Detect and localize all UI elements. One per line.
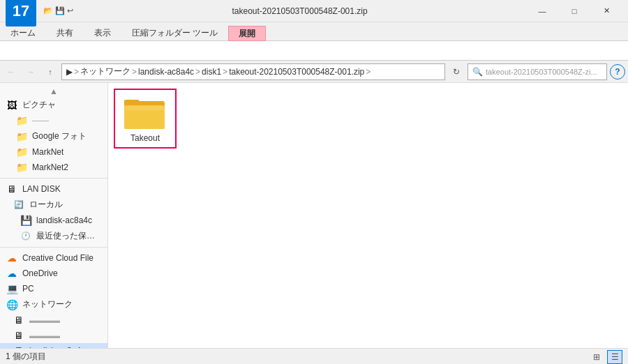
sidebar-label-pictures: ピクチャ (22, 99, 56, 111)
list-icon: ☰ (611, 352, 619, 362)
sidebar-label-marknet: MarkNet (32, 147, 63, 157)
sidebar-label-google: Google フォト (32, 130, 87, 142)
window-title: takeout-20210503T000548Z-001.zip (73, 6, 526, 16)
ribbon-content (0, 40, 628, 60)
ribbon: ホーム 共有 表示 圧縮フォルダー ツール 展開 (0, 22, 628, 61)
path-sep-3: > (223, 67, 227, 77)
sidebar-label-marknet2: MarkNet2 (32, 162, 68, 172)
marknet2-icon: 📁 (15, 162, 28, 173)
ribbon-tabs: ホーム 共有 表示 圧縮フォルダー ツール 展開 (0, 22, 628, 40)
file-label-takeout: Takeout (130, 133, 160, 143)
sidebar-item-recent[interactable]: 🕐 最近使った保存先 (0, 228, 107, 244)
sidebar-item-onedrive[interactable]: ☁ OneDrive (0, 266, 107, 281)
sidebar-item-network[interactable]: 🌐 ネットワーク (0, 296, 107, 312)
up-button[interactable]: ↑ (42, 63, 59, 80)
sidebar-label-network: ネットワーク (22, 298, 73, 310)
tab-view[interactable]: 表示 (84, 25, 121, 40)
sidebar-label-local: ローカル (29, 199, 63, 211)
help-button[interactable]: ? (610, 64, 625, 79)
sidebar-label-creative: Creative Cloud File (22, 253, 94, 263)
sidebar-item-creative[interactable]: ☁ Creative Cloud File (0, 250, 107, 266)
calendar-day: 17 (13, 3, 29, 19)
onedrive-icon: ☁ (6, 268, 18, 279)
quick-access-icons: 📂 💾 ↩ (43, 6, 73, 15)
sidebar-item-net1[interactable]: 🖥 ▬▬▬▬ (0, 312, 107, 328)
search-box[interactable]: 🔍 takeout-20210503T000548Z-zi... (468, 63, 607, 80)
google-icon: 📁 (15, 131, 28, 142)
title-bar: 17 📂 💾 ↩ takeout-20210503T000548Z-001.zi… (0, 0, 628, 22)
view-controls: ⊞ ☰ (589, 350, 622, 364)
pc-icon: 💻 (6, 283, 18, 294)
landisk2-icon: 🖥 (13, 345, 25, 348)
svg-rect-2 (126, 106, 163, 110)
sidebar-item-net2[interactable]: 🖥 ▬▬▬▬ (0, 328, 107, 343)
path-sep-0: > (74, 67, 79, 77)
tab-extract[interactable]: 展開 (228, 26, 266, 41)
forward-button[interactable]: → (22, 63, 39, 80)
net1-icon: 🖥 (13, 314, 25, 326)
marknet-icon: 📁 (15, 146, 28, 158)
sidebar-label-landisk: LAN DISK (22, 184, 61, 194)
maximize-button[interactable]: □ (558, 0, 590, 22)
main-area: ▲ 🖼 ピクチャ 📁 —— 📁 Google フォト 📁 MarkNet 📁 M… (0, 83, 628, 348)
close-button[interactable]: ✕ (590, 0, 622, 22)
file-item-takeout[interactable]: Takeout (114, 89, 177, 149)
sidebar-item-local[interactable]: 🔄 ローカル (0, 197, 107, 213)
sidebar: ▲ 🖼 ピクチャ 📁 —— 📁 Google フォト 📁 MarkNet 📁 M… (0, 83, 108, 348)
landisk-icon: 🖥 (6, 183, 18, 195)
minimize-button[interactable]: — (526, 0, 558, 22)
recent-icon: 🕐 (20, 232, 32, 241)
title-bar-left: 17 📂 💾 ↩ (6, 0, 73, 26)
sidebar-item-marknet[interactable]: 📁 MarkNet (0, 144, 107, 160)
sidebar-label-net1: ▬▬▬▬ (29, 316, 60, 324)
sidebar-item-landisk[interactable]: 🖥 LAN DISK (0, 181, 107, 197)
path-sep-2: > (195, 67, 200, 77)
file-area[interactable]: Takeout (108, 83, 628, 348)
status-bar: 1 個の項目 ⊞ ☰ (0, 348, 628, 364)
sidebar-item-marknet2[interactable]: 📁 MarkNet2 (0, 160, 107, 175)
creative-icon: ☁ (6, 252, 18, 264)
view-list-button[interactable]: ☰ (607, 350, 622, 364)
folder-icon (124, 94, 166, 130)
folder1-icon: 📁 (15, 115, 28, 126)
landisk-ac-icon: 💾 (20, 215, 32, 226)
path-item-3: disk1 (202, 67, 221, 77)
sidebar-item-folder1[interactable]: 📁 —— (0, 113, 107, 128)
sidebar-item-landisk2[interactable]: 🖥 landisk-ac8a4c (0, 343, 107, 348)
path-item-0: ▶ (66, 67, 73, 77)
path-sep-1: > (132, 67, 137, 77)
tab-share[interactable]: 共有 (46, 25, 84, 40)
pictures-icon: 🖼 (6, 100, 18, 111)
path-item-1: ネットワーク (80, 66, 130, 77)
folder-svg (124, 94, 166, 130)
path-item-2: landisk-ac8a4c (138, 67, 194, 77)
tab-home[interactable]: ホーム (0, 25, 46, 40)
sidebar-item-pictures[interactable]: 🖼 ピクチャ (0, 97, 107, 113)
path-item-4: takeout-20210503T000548Z-001.zip (229, 67, 364, 77)
title-bar-controls: — □ ✕ (526, 0, 622, 22)
tab-compress[interactable]: 圧縮フォルダー ツール (121, 25, 228, 40)
sidebar-item-landisk-ac[interactable]: 💾 landisk-ac8a4c (0, 213, 107, 228)
net2-icon: 🖥 (13, 330, 25, 341)
sidebar-sep-2 (0, 247, 107, 248)
address-path[interactable]: ▶ > ネットワーク > landisk-ac8a4c > disk1 > ta… (61, 63, 445, 80)
sidebar-label-onedrive: OneDrive (22, 268, 58, 278)
local-icon: 🔄 (13, 200, 25, 209)
sidebar-label-net2: ▬▬▬▬ (29, 331, 60, 340)
status-count: 1 個の項目 (6, 351, 46, 363)
sidebar-label-folder1: —— (32, 116, 49, 126)
sidebar-label-recent: 最近使った保存先 (36, 230, 102, 242)
back-button[interactable]: ← (3, 63, 20, 80)
sidebar-item-google[interactable]: 📁 Google フォト (0, 128, 107, 144)
network-icon: 🌐 (6, 299, 18, 310)
refresh-button[interactable]: ↻ (448, 63, 465, 80)
view-grid-button[interactable]: ⊞ (589, 350, 604, 364)
sidebar-label-pc: PC (22, 284, 34, 294)
sidebar-sep-1 (0, 178, 107, 179)
sidebar-scroll-up[interactable]: ▲ (0, 86, 107, 97)
address-bar: ← → ↑ ▶ > ネットワーク > landisk-ac8a4c > disk… (0, 61, 628, 83)
sidebar-item-pc[interactable]: 💻 PC (0, 281, 107, 296)
search-placeholder: takeout-20210503T000548Z-zi... (486, 68, 597, 76)
path-sep-4: > (366, 67, 371, 77)
grid-icon: ⊞ (593, 352, 600, 362)
